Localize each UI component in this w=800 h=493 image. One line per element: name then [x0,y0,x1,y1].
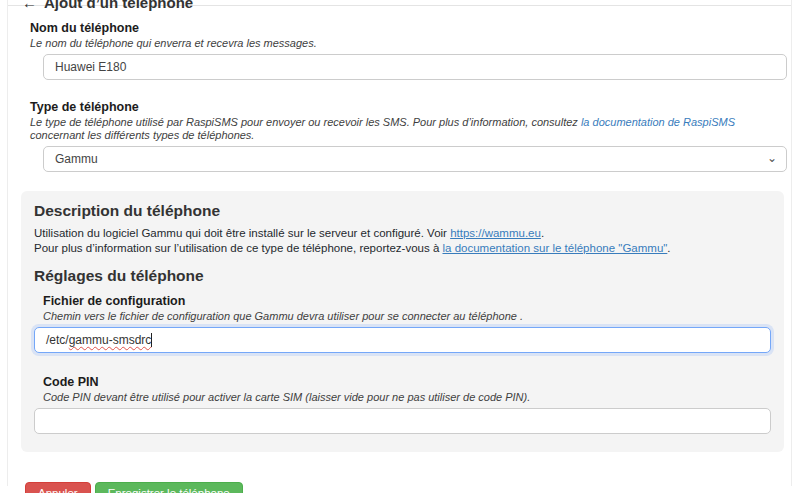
phone-name-group: Nom du téléphone Le nom du téléphone qui… [21,21,789,80]
form-content: Nom du téléphone Le nom du téléphone qui… [8,6,791,493]
config-file-input[interactable]: /etc/gammu-smsdrc [34,327,771,353]
config-file-label: Fichier de configuration [43,294,771,308]
save-phone-button[interactable]: Enregistrer le téléphone [95,482,243,493]
phone-type-help: Le type de téléphone utilisé par RaspiSM… [30,116,789,142]
cancel-button[interactable]: Annuler [25,482,91,493]
phone-type-selected-value: Gammu [55,152,98,166]
description-title: Description du téléphone [34,203,771,219]
settings-title: Réglages du téléphone [34,268,771,284]
phone-name-input[interactable] [43,54,787,80]
misspelled-text: gammu-smsdrc [69,333,152,347]
pin-code-label: Code PIN [43,375,771,389]
phone-description-panel: Description du téléphone Utilisation du … [21,191,784,452]
description-line-2: Pour plus d’information sur l’utilisatio… [34,241,771,256]
form-actions: Annuler Enregistrer le téléphone [25,482,789,493]
pin-code-input[interactable] [34,408,771,434]
config-file-help: Chemin vers le fichier de configuration … [43,310,771,323]
phone-name-label: Nom du téléphone [30,21,789,35]
gammu-doc-link[interactable]: la documentation sur le téléphone "Gammu… [442,242,667,254]
phone-type-group: Type de téléphone Le type de téléphone u… [21,100,789,172]
page-title-text: Ajout d’un téléphone [44,0,193,11]
phone-type-label: Type de téléphone [30,100,789,114]
phone-type-select[interactable]: Gammu⌄ [43,146,787,172]
raspisms-doc-link[interactable]: la documentation de RaspiSMS [581,116,735,128]
pin-code-help: Code PIN devant être utilisé pour active… [43,391,771,404]
text-cursor [151,333,152,347]
phone-name-help: Le nom du téléphone qui enverra et recev… [30,37,789,50]
description-line-1: Utilisation du logiciel Gammu qui doit ê… [34,226,771,241]
wammu-link[interactable]: https://wammu.eu [450,227,541,239]
back-arrow-icon[interactable]: ← [22,0,37,11]
page-card: ←Ajout d’un téléphone Nom du téléphone L… [7,0,792,486]
chevron-down-icon: ⌄ [767,152,777,164]
